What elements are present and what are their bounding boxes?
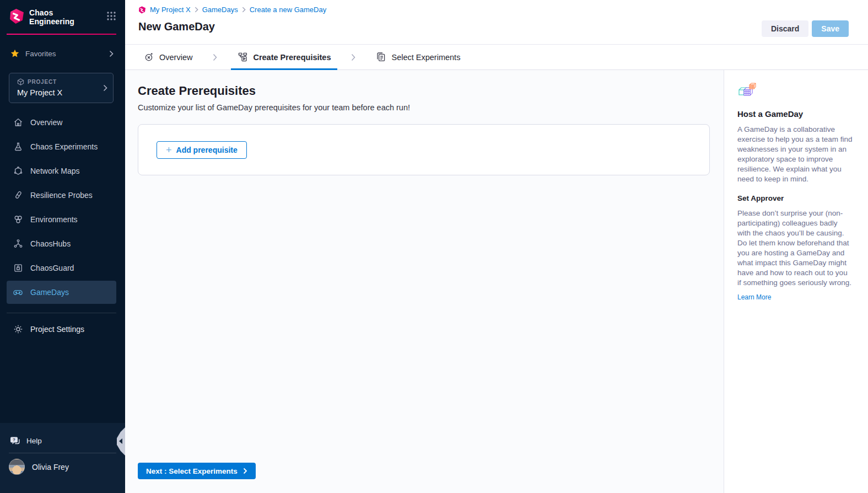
- help-panel-intro: A GameDay is a collaborative exercise to…: [737, 125, 853, 184]
- svg-text:?: ?: [13, 437, 15, 442]
- brand-row: Chaos Engineering: [0, 0, 125, 26]
- chevron-right-icon: [351, 53, 355, 61]
- project-selector[interactable]: PROJECT My Project X: [9, 73, 114, 103]
- experiments-tab-icon: [376, 52, 386, 62]
- chevron-right-icon: [242, 7, 246, 13]
- plus-icon: +: [166, 145, 172, 155]
- tab-overview[interactable]: Overview: [142, 45, 194, 69]
- sidebar-item-overview[interactable]: Overview: [7, 111, 116, 134]
- wizard-tabbar: Overview Create Prerequisites Select Exp…: [125, 45, 868, 70]
- prerequisites-tab-icon: [238, 52, 248, 62]
- chaoshubs-icon: [13, 239, 23, 249]
- help-chat-icon: ?: [10, 436, 20, 446]
- chaosguard-icon: [13, 263, 23, 274]
- user-name: Olivia Frey: [32, 463, 69, 471]
- chevron-right-icon: [195, 7, 198, 13]
- sidebar-divider: [7, 313, 116, 313]
- section-heading: Create Prerequisites: [125, 70, 724, 98]
- help-panel-section-body: Please don’t surprise your (non-particip…: [737, 208, 853, 288]
- cubes-illustration-icon: [737, 83, 757, 101]
- tab-label: Select Experiments: [391, 53, 460, 62]
- home-icon: [13, 117, 23, 128]
- chaos-engineering-logo-icon: [9, 8, 25, 24]
- breadcrumb-project-link[interactable]: My Project X: [150, 6, 191, 14]
- sidebar-item-label: ChaosHubs: [30, 239, 71, 248]
- learn-more-link[interactable]: Learn More: [737, 293, 771, 301]
- flask-icon: [13, 142, 23, 152]
- sidebar-item-label: Network Maps: [30, 167, 79, 175]
- next-button-label: Next : Select Experiments: [146, 467, 238, 475]
- sidebar-item-network-maps[interactable]: Network Maps: [7, 159, 116, 183]
- help-panel: Host a GameDay A GameDay is a collaborat…: [724, 70, 868, 493]
- prerequisites-card: + Add prerequisite: [138, 124, 710, 175]
- gear-icon: [13, 324, 23, 335]
- sidebar: Chaos Engineering Favorites: [0, 0, 125, 493]
- avatar: [9, 459, 25, 475]
- help-panel-title: Host a GameDay: [737, 109, 853, 119]
- help-label: Help: [26, 437, 42, 445]
- breadcrumb: My Project X GameDays Create a new GameD…: [125, 0, 868, 14]
- sidebar-item-chaoshubs[interactable]: ChaosHubs: [7, 232, 116, 255]
- project-label: PROJECT: [28, 79, 57, 85]
- sidebar-item-chaosguard[interactable]: ChaosGuard: [7, 256, 116, 280]
- sidebar-item-label: ChaosGuard: [30, 264, 74, 272]
- favorites-label: Favorites: [25, 50, 56, 58]
- add-prerequisite-button[interactable]: + Add prerequisite: [157, 141, 247, 159]
- brand-name: Chaos Engineering: [29, 8, 74, 26]
- brand-divider: [7, 34, 116, 35]
- sidebar-nav: Overview Chaos Experiments Network Maps …: [0, 111, 125, 304]
- harness-mini-logo-icon: [138, 6, 146, 14]
- tab-label: Create Prerequisites: [253, 53, 331, 62]
- tab-create-prerequisites[interactable]: Create Prerequisites: [236, 45, 332, 69]
- sidebar-item-label: Resilience Probes: [30, 191, 93, 200]
- app-switcher-grid-icon[interactable]: [106, 11, 116, 21]
- environments-icon: [13, 215, 23, 225]
- star-icon: [10, 49, 19, 58]
- next-select-experiments-button[interactable]: Next : Select Experiments: [138, 463, 256, 479]
- sidebar-footer: ? Help Olivia Frey: [0, 423, 125, 493]
- add-prerequisite-label: Add prerequisite: [176, 146, 238, 154]
- gamepad-icon: [13, 287, 23, 298]
- section-subheading: Customize your list of GameDay prerequis…: [125, 98, 724, 112]
- overview-tab-icon: [144, 52, 154, 62]
- project-cube-icon: [17, 78, 24, 85]
- sidebar-item-label: Overview: [30, 118, 62, 127]
- chevron-right-icon: [109, 50, 114, 57]
- sidebar-item-environments[interactable]: Environments: [7, 208, 116, 231]
- network-maps-icon: [13, 166, 23, 176]
- main-content: Create Prerequisites Customize your list…: [125, 70, 724, 493]
- sidebar-item-label: Environments: [30, 215, 78, 224]
- sidebar-item-label: Project Settings: [30, 325, 84, 334]
- sidebar-item-gamedays[interactable]: GameDays: [7, 281, 116, 304]
- breadcrumb-create-link[interactable]: Create a new GameDay: [250, 6, 326, 14]
- save-button[interactable]: Save: [812, 20, 849, 37]
- chevron-right-icon: [103, 84, 107, 92]
- sidebar-item-label: GameDays: [30, 288, 69, 297]
- header-actions: Discard Save: [762, 20, 849, 37]
- sidebar-item-project-settings[interactable]: Project Settings: [7, 318, 116, 341]
- probe-icon: [13, 190, 23, 201]
- chevron-right-icon: [243, 468, 247, 474]
- favorites-row[interactable]: Favorites: [9, 46, 116, 61]
- help-panel-section-title: Set Approver: [737, 194, 853, 202]
- breadcrumb-gamedays-link[interactable]: GameDays: [202, 6, 238, 14]
- page-header: My Project X GameDays Create a new GameD…: [125, 0, 868, 45]
- page-title: New GameDay: [125, 14, 868, 33]
- discard-button[interactable]: Discard: [762, 20, 808, 37]
- sidebar-item-label: Chaos Experiments: [30, 142, 98, 151]
- help-button[interactable]: ? Help: [0, 423, 125, 448]
- tab-select-experiments[interactable]: Select Experiments: [374, 45, 462, 69]
- sidebar-item-chaos-experiments[interactable]: Chaos Experiments: [7, 135, 116, 158]
- tab-label: Overview: [159, 53, 192, 62]
- sidebar-item-resilience-probes[interactable]: Resilience Probes: [7, 184, 116, 207]
- project-name: My Project X: [17, 88, 103, 97]
- app-window: Chaos Engineering Favorites: [0, 0, 868, 493]
- user-profile[interactable]: Olivia Frey: [0, 453, 125, 475]
- chevron-right-icon: [213, 53, 217, 61]
